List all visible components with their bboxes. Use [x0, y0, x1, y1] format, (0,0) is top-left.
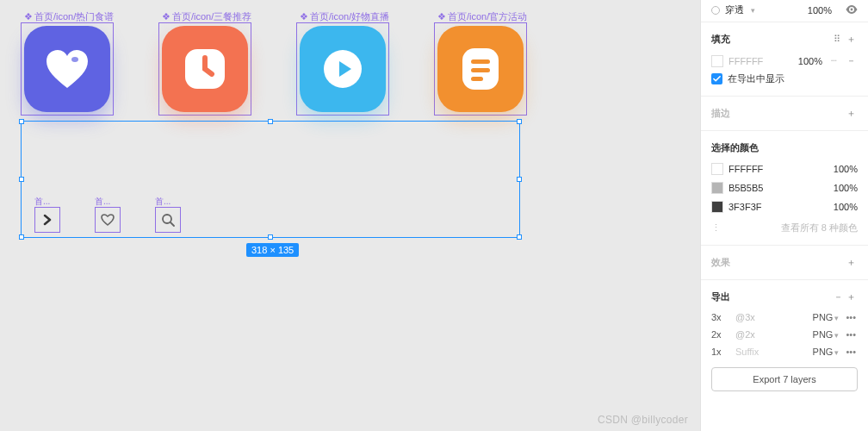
watermark: CSDN @billycoder: [598, 414, 688, 426]
color-row[interactable]: FFFFFF100%: [701, 159, 868, 178]
selected-colors-title: 选择的颜色: [711, 141, 759, 154]
export-row[interactable]: 3x@3xPNG▾•••: [701, 309, 868, 326]
export-row[interactable]: 1xSuffixPNG▾•••: [701, 343, 868, 360]
blend-mode-label[interactable]: 穿透: [725, 3, 744, 16]
selection-box[interactable]: [21, 121, 520, 238]
show-in-export-checkbox[interactable]: [711, 73, 722, 84]
visibility-icon[interactable]: [846, 5, 858, 16]
color-row[interactable]: B5B5B5100%: [701, 178, 868, 197]
radio-icon[interactable]: [711, 6, 720, 15]
dimension-badge: 318 × 135: [246, 243, 299, 257]
show-in-export-label: 在导出中显示: [728, 72, 784, 85]
svg-rect-4: [471, 59, 490, 64]
opacity-value[interactable]: 100%: [808, 5, 832, 16]
more-icon[interactable]: •••: [844, 312, 858, 322]
export-row[interactable]: 2x@2xPNG▾•••: [701, 326, 868, 343]
stroke-title: 描边: [711, 107, 730, 120]
remove-fill-button[interactable]: －: [845, 54, 858, 67]
add-fill-button[interactable]: ＋: [845, 34, 858, 44]
svg-point-0: [71, 57, 78, 62]
export-title: 导出: [711, 290, 730, 303]
layer-label[interactable]: ❖首页/icon/三餐推荐: [162, 10, 251, 23]
blend-mode-row: 穿透 ▾ 100%: [701, 0, 868, 22]
add-effect-button[interactable]: ＋: [845, 256, 858, 269]
chevron-down-icon[interactable]: ▾: [751, 6, 755, 15]
see-all-colors-link[interactable]: 查看所有 8 种颜色: [781, 222, 858, 234]
svg-rect-6: [471, 77, 483, 81]
effects-title: 效果: [711, 256, 730, 269]
list-icon[interactable]: [437, 26, 524, 112]
style-picker-icon[interactable]: ⠿: [834, 34, 842, 44]
add-export-button[interactable]: ＋: [845, 291, 858, 302]
layer-label[interactable]: ❖首页/icon/热门食谱: [24, 10, 114, 23]
clock-icon[interactable]: [162, 26, 248, 112]
design-canvas[interactable]: ❖首页/icon/热门食谱 ❖首页/icon/三餐推荐 ❖首页/icon/好物直…: [0, 0, 700, 431]
heart-icon[interactable]: [24, 26, 110, 112]
color-row[interactable]: 3F3F3F100%: [701, 197, 868, 216]
layer-label[interactable]: ❖首页/icon/好物直播: [300, 10, 389, 23]
svg-rect-5: [471, 68, 490, 72]
remove-export-button[interactable]: －: [832, 291, 845, 302]
fill-title: 填充: [711, 33, 730, 46]
properties-panel: 穿透 ▾ 100% 填充 ⠿ ＋ FFFFFF 100% ┄ － 在导出中显示: [700, 0, 868, 431]
layer-label[interactable]: ❖首页/icon/官方活动: [437, 10, 527, 23]
add-stroke-button[interactable]: ＋: [845, 107, 858, 120]
fill-color-row[interactable]: FFFFFF 100% ┄ －: [701, 51, 868, 71]
more-dots-icon: ⋮: [711, 222, 721, 234]
hidden-icon[interactable]: ┄: [831, 55, 838, 66]
more-icon[interactable]: •••: [844, 329, 858, 340]
more-icon[interactable]: •••: [844, 347, 858, 357]
export-button[interactable]: Export 7 layers: [711, 367, 858, 391]
play-icon[interactable]: [300, 26, 386, 112]
svg-point-9: [851, 8, 853, 10]
